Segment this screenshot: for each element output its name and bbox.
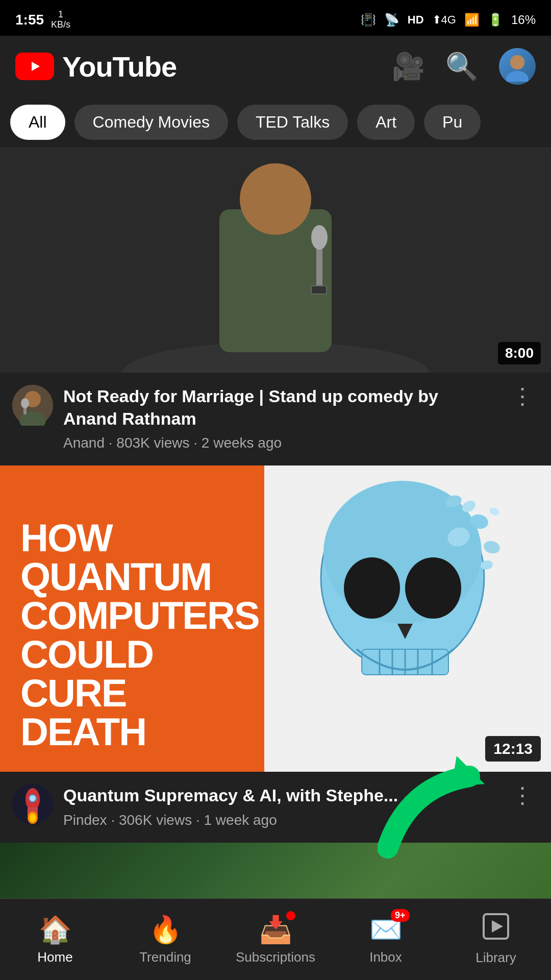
library-icon	[483, 913, 509, 946]
library-play-icon	[483, 913, 509, 940]
trending-icon: 🔥	[149, 914, 182, 945]
channel-1-avatar-image	[12, 385, 53, 426]
nav-inbox[interactable]: ✉️ 9+ Inbox	[331, 914, 441, 965]
chip-comedy[interactable]: Comedy Movies	[74, 105, 228, 140]
inbox-icon: ✉️ 9+	[369, 914, 403, 945]
skull-svg	[311, 476, 505, 762]
video-1-dot: ·	[109, 435, 117, 451]
svg-point-29	[483, 540, 502, 555]
nav-home-label: Home	[37, 949, 72, 965]
video-1-views: 803K views	[116, 435, 189, 451]
youtube-logo[interactable]: YouTube	[15, 50, 177, 83]
quantum-thumbnail-text: HOW QUANTUM COMPUTERS COULD CURE DEATH	[20, 519, 259, 751]
video-2-meta: Quantum Supremacy & AI, with Stephe... P…	[0, 772, 551, 842]
video-2-info: Quantum Supremacy & AI, with Stephe... P…	[63, 784, 496, 828]
chip-all[interactable]: All	[10, 105, 65, 140]
video-1-meta: Not Ready for Marriage | Stand up comedy…	[0, 373, 551, 465]
bottom-navigation: 🏠 Home 🔥 Trending 📥 Subscriptions ✉️ 9+ …	[0, 898, 551, 980]
battery-percent: 16%	[511, 13, 536, 27]
video-1-info: Not Ready for Marriage | Stand up comedy…	[63, 385, 496, 451]
avatar-image	[502, 51, 533, 82]
svg-point-19	[405, 557, 461, 619]
video-2-duration: 12:13	[485, 736, 541, 762]
quantum-left-panel: HOW QUANTUM COMPUTERS COULD CURE DEATH	[0, 465, 264, 772]
video-2-thumbnail[interactable]: HOW QUANTUM COMPUTERS COULD CURE DEATH	[0, 465, 551, 772]
svg-point-7	[240, 163, 311, 235]
nav-trending[interactable]: 🔥 Trending	[110, 914, 220, 965]
nav-inbox-label: Inbox	[369, 949, 402, 965]
home-icon: 🏠	[39, 914, 72, 945]
video-1-channel: Anand	[63, 435, 105, 451]
svg-point-38	[30, 814, 36, 822]
svg-point-9	[311, 225, 328, 250]
vibrate-icon: 📳	[361, 13, 376, 27]
video-1-duration: 8:00	[498, 342, 541, 364]
nav-subscriptions-label: Subscriptions	[236, 949, 315, 965]
status-icons: 📳 📡 HD ⬆4G 📶 🔋 16%	[361, 13, 536, 27]
svg-point-18	[344, 557, 400, 619]
video-1-dot2: ·	[193, 435, 202, 451]
app-title: YouTube	[62, 50, 177, 83]
quantum-right-panel	[264, 465, 551, 772]
video-2-dot2: ·	[196, 812, 204, 828]
inbox-badge: 9+	[391, 909, 410, 922]
svg-point-31	[488, 506, 500, 517]
subscriptions-icon: 📥	[259, 914, 292, 945]
video-2-views: 306K views	[119, 812, 192, 828]
svg-point-3	[510, 55, 524, 69]
video-1-channel-avatar[interactable]	[12, 385, 53, 426]
video-1-time: 2 weeks ago	[202, 435, 282, 451]
user-avatar[interactable]	[499, 48, 536, 85]
nav-trending-label: Trending	[139, 949, 191, 965]
chip-pu[interactable]: Pu	[424, 105, 481, 140]
video-1-subtitle: Anand · 803K views · 2 weeks ago	[63, 435, 496, 451]
header-actions: 🎥 🔍	[392, 48, 536, 85]
video-1-more-button[interactable]: ⋮	[506, 385, 539, 407]
battery-icon: 🔋	[488, 13, 503, 27]
network-speed: 1 KB/s	[51, 10, 70, 30]
signal-icon: 📶	[464, 13, 480, 27]
svg-rect-10	[311, 286, 327, 294]
subscriptions-badge-dot	[286, 911, 295, 920]
svg-marker-0	[32, 62, 40, 71]
yt-logo-icon	[15, 53, 54, 80]
video-2-more-button[interactable]: ⋮	[506, 784, 539, 806]
hotspot-icon: 📡	[384, 13, 399, 27]
video-2-time: 1 week ago	[204, 812, 277, 828]
nav-library-label: Library	[475, 950, 516, 966]
svg-point-36	[29, 795, 36, 802]
video-1-image	[0, 148, 551, 373]
video-1-title[interactable]: Not Ready for Marriage | Stand up comedy…	[63, 385, 496, 430]
svg-point-15	[21, 398, 29, 408]
skull-image	[264, 465, 551, 772]
video-2-dot: ·	[111, 812, 119, 828]
video-1-thumbnail[interactable]: 8:00	[0, 148, 551, 373]
app-header: YouTube 🎥 🔍	[0, 36, 551, 97]
video-2-subtitle: Pindex · 306K views · 1 week ago	[63, 812, 496, 828]
video-2-title[interactable]: Quantum Supremacy & AI, with Stephe...	[63, 784, 496, 806]
network-4g-icon: ⬆4G	[432, 13, 456, 27]
play-triangle-icon	[24, 59, 45, 74]
svg-point-2	[506, 71, 529, 82]
svg-marker-41	[492, 920, 503, 933]
category-chips: All Comedy Movies TED Talks Art Pu	[0, 97, 551, 148]
chip-ted[interactable]: TED Talks	[237, 105, 348, 140]
nav-home[interactable]: 🏠 Home	[0, 914, 110, 965]
video-2-channel: Pindex	[63, 812, 107, 828]
video-2-channel-avatar[interactable]	[12, 784, 53, 825]
status-time: 1:55	[15, 12, 44, 28]
channel-2-avatar-image	[12, 784, 53, 825]
nav-subscriptions[interactable]: 📥 Subscriptions	[220, 914, 331, 965]
hd-icon: HD	[408, 13, 424, 27]
chip-art[interactable]: Art	[357, 105, 415, 140]
camera-icon[interactable]: 🎥	[392, 51, 425, 82]
status-bar: 1:55 1 KB/s 📳 📡 HD ⬆4G 📶 🔋 16%	[0, 0, 551, 36]
search-icon[interactable]: 🔍	[445, 51, 479, 82]
nav-library[interactable]: Library	[441, 913, 551, 966]
